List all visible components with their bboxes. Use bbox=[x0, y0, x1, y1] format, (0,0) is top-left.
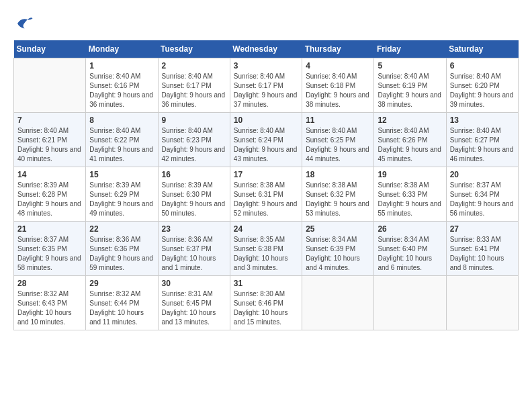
day-number: 30 bbox=[162, 279, 226, 288]
day-info: Sunrise: 8:32 AMSunset: 6:44 PMDaylight:… bbox=[89, 289, 154, 327]
day-number: 13 bbox=[450, 116, 515, 125]
day-number: 8 bbox=[89, 116, 154, 125]
week-row-3: 14Sunrise: 8:39 AMSunset: 6:28 PMDayligh… bbox=[14, 167, 519, 222]
day-info: Sunrise: 8:40 AMSunset: 6:17 PMDaylight:… bbox=[234, 72, 298, 109]
day-cell bbox=[446, 276, 518, 330]
day-cell: 2Sunrise: 8:40 AMSunset: 6:17 PMDaylight… bbox=[158, 58, 230, 113]
day-number: 25 bbox=[306, 224, 370, 234]
day-info: Sunrise: 8:34 AMSunset: 6:39 PMDaylight:… bbox=[306, 235, 370, 273]
day-cell: 4Sunrise: 8:40 AMSunset: 6:18 PMDaylight… bbox=[302, 58, 374, 113]
day-info: Sunrise: 8:40 AMSunset: 6:19 PMDaylight:… bbox=[378, 72, 442, 109]
day-number: 15 bbox=[89, 170, 154, 179]
day-info: Sunrise: 8:38 AMSunset: 6:33 PMDaylight:… bbox=[378, 181, 442, 218]
day-info: Sunrise: 8:40 AMSunset: 6:17 PMDaylight:… bbox=[162, 72, 226, 109]
day-number: 19 bbox=[378, 170, 442, 179]
day-cell: 23Sunrise: 8:36 AMSunset: 6:37 PMDayligh… bbox=[158, 222, 230, 276]
day-cell: 19Sunrise: 8:38 AMSunset: 6:33 PMDayligh… bbox=[374, 167, 446, 222]
calendar-table: SundayMondayTuesdayWednesdayThursdayFrid… bbox=[13, 40, 519, 330]
day-info: Sunrise: 8:37 AMSunset: 6:34 PMDaylight:… bbox=[450, 181, 515, 218]
day-cell: 26Sunrise: 8:34 AMSunset: 6:40 PMDayligh… bbox=[374, 222, 446, 276]
header-day-monday: Monday bbox=[86, 40, 158, 58]
day-cell: 31Sunrise: 8:30 AMSunset: 6:46 PMDayligh… bbox=[230, 276, 302, 330]
day-number: 27 bbox=[450, 224, 515, 234]
day-cell: 22Sunrise: 8:36 AMSunset: 6:36 PMDayligh… bbox=[86, 222, 158, 276]
day-info: Sunrise: 8:40 AMSunset: 6:23 PMDaylight:… bbox=[162, 126, 226, 164]
day-info: Sunrise: 8:40 AMSunset: 6:22 PMDaylight:… bbox=[89, 126, 154, 164]
header-day-friday: Friday bbox=[374, 40, 446, 58]
header-day-sunday: Sunday bbox=[14, 40, 86, 58]
day-cell: 27Sunrise: 8:33 AMSunset: 6:41 PMDayligh… bbox=[446, 222, 518, 276]
day-number: 2 bbox=[162, 61, 226, 71]
day-info: Sunrise: 8:39 AMSunset: 6:30 PMDaylight:… bbox=[162, 181, 226, 218]
day-number: 3 bbox=[234, 61, 298, 71]
day-number: 17 bbox=[234, 170, 298, 179]
day-cell: 16Sunrise: 8:39 AMSunset: 6:30 PMDayligh… bbox=[158, 167, 230, 222]
day-number: 16 bbox=[162, 170, 226, 179]
day-number: 11 bbox=[306, 116, 370, 125]
day-info: Sunrise: 8:32 AMSunset: 6:43 PMDaylight:… bbox=[17, 289, 82, 327]
day-info: Sunrise: 8:37 AMSunset: 6:35 PMDaylight:… bbox=[17, 235, 82, 273]
page-header bbox=[13, 13, 519, 34]
day-number: 6 bbox=[450, 61, 515, 71]
day-cell: 25Sunrise: 8:34 AMSunset: 6:39 PMDayligh… bbox=[302, 222, 374, 276]
day-cell: 6Sunrise: 8:40 AMSunset: 6:20 PMDaylight… bbox=[446, 58, 518, 113]
day-cell: 7Sunrise: 8:40 AMSunset: 6:21 PMDaylight… bbox=[14, 113, 86, 167]
day-cell: 18Sunrise: 8:38 AMSunset: 6:32 PMDayligh… bbox=[302, 167, 374, 222]
day-info: Sunrise: 8:40 AMSunset: 6:18 PMDaylight:… bbox=[306, 72, 370, 109]
day-number: 7 bbox=[17, 116, 82, 125]
day-info: Sunrise: 8:36 AMSunset: 6:37 PMDaylight:… bbox=[162, 235, 226, 273]
week-row-5: 28Sunrise: 8:32 AMSunset: 6:43 PMDayligh… bbox=[14, 276, 519, 330]
header-day-wednesday: Wednesday bbox=[230, 40, 302, 58]
day-info: Sunrise: 8:35 AMSunset: 6:38 PMDaylight:… bbox=[234, 235, 298, 273]
header-day-saturday: Saturday bbox=[446, 40, 518, 58]
day-number: 23 bbox=[162, 224, 226, 234]
day-info: Sunrise: 8:34 AMSunset: 6:40 PMDaylight:… bbox=[378, 235, 442, 273]
day-number: 21 bbox=[17, 224, 82, 234]
day-info: Sunrise: 8:30 AMSunset: 6:46 PMDaylight:… bbox=[234, 289, 298, 327]
week-row-2: 7Sunrise: 8:40 AMSunset: 6:21 PMDaylight… bbox=[14, 113, 519, 167]
day-info: Sunrise: 8:33 AMSunset: 6:41 PMDaylight:… bbox=[450, 235, 515, 273]
day-info: Sunrise: 8:40 AMSunset: 6:26 PMDaylight:… bbox=[378, 126, 442, 164]
day-info: Sunrise: 8:40 AMSunset: 6:27 PMDaylight:… bbox=[450, 126, 515, 164]
day-number: 1 bbox=[89, 61, 154, 71]
day-number: 31 bbox=[234, 279, 298, 288]
day-info: Sunrise: 8:39 AMSunset: 6:28 PMDaylight:… bbox=[17, 181, 82, 218]
day-cell: 1Sunrise: 8:40 AMSunset: 6:16 PMDaylight… bbox=[86, 58, 158, 113]
day-cell: 30Sunrise: 8:31 AMSunset: 6:45 PMDayligh… bbox=[158, 276, 230, 330]
day-cell: 3Sunrise: 8:40 AMSunset: 6:17 PMDaylight… bbox=[230, 58, 302, 113]
day-number: 20 bbox=[450, 170, 515, 179]
day-cell bbox=[374, 276, 446, 330]
day-cell: 15Sunrise: 8:39 AMSunset: 6:29 PMDayligh… bbox=[86, 167, 158, 222]
day-cell: 28Sunrise: 8:32 AMSunset: 6:43 PMDayligh… bbox=[14, 276, 86, 330]
week-row-1: 1Sunrise: 8:40 AMSunset: 6:16 PMDaylight… bbox=[14, 58, 519, 113]
day-info: Sunrise: 8:38 AMSunset: 6:32 PMDaylight:… bbox=[306, 181, 370, 218]
day-info: Sunrise: 8:40 AMSunset: 6:16 PMDaylight:… bbox=[89, 72, 154, 109]
logo-icon bbox=[13, 13, 34, 34]
day-info: Sunrise: 8:38 AMSunset: 6:31 PMDaylight:… bbox=[234, 181, 298, 218]
day-info: Sunrise: 8:39 AMSunset: 6:29 PMDaylight:… bbox=[89, 181, 154, 218]
day-number: 22 bbox=[89, 224, 154, 234]
day-number: 18 bbox=[306, 170, 370, 179]
day-number: 10 bbox=[234, 116, 298, 125]
day-number: 4 bbox=[306, 61, 370, 71]
day-number: 29 bbox=[89, 279, 154, 288]
day-number: 24 bbox=[234, 224, 298, 234]
day-number: 14 bbox=[17, 170, 82, 179]
day-info: Sunrise: 8:40 AMSunset: 6:20 PMDaylight:… bbox=[450, 72, 515, 109]
day-cell: 21Sunrise: 8:37 AMSunset: 6:35 PMDayligh… bbox=[14, 222, 86, 276]
header-day-tuesday: Tuesday bbox=[158, 40, 230, 58]
day-number: 28 bbox=[17, 279, 82, 288]
day-cell bbox=[14, 58, 86, 113]
day-number: 9 bbox=[162, 116, 226, 125]
day-cell: 9Sunrise: 8:40 AMSunset: 6:23 PMDaylight… bbox=[158, 113, 230, 167]
day-info: Sunrise: 8:40 AMSunset: 6:25 PMDaylight:… bbox=[306, 126, 370, 164]
header-day-thursday: Thursday bbox=[302, 40, 374, 58]
day-cell: 8Sunrise: 8:40 AMSunset: 6:22 PMDaylight… bbox=[86, 113, 158, 167]
day-cell: 10Sunrise: 8:40 AMSunset: 6:24 PMDayligh… bbox=[230, 113, 302, 167]
day-info: Sunrise: 8:40 AMSunset: 6:21 PMDaylight:… bbox=[17, 126, 82, 164]
day-cell bbox=[302, 276, 374, 330]
day-cell: 24Sunrise: 8:35 AMSunset: 6:38 PMDayligh… bbox=[230, 222, 302, 276]
day-info: Sunrise: 8:40 AMSunset: 6:24 PMDaylight:… bbox=[234, 126, 298, 164]
day-cell: 11Sunrise: 8:40 AMSunset: 6:25 PMDayligh… bbox=[302, 113, 374, 167]
day-cell: 5Sunrise: 8:40 AMSunset: 6:19 PMDaylight… bbox=[374, 58, 446, 113]
